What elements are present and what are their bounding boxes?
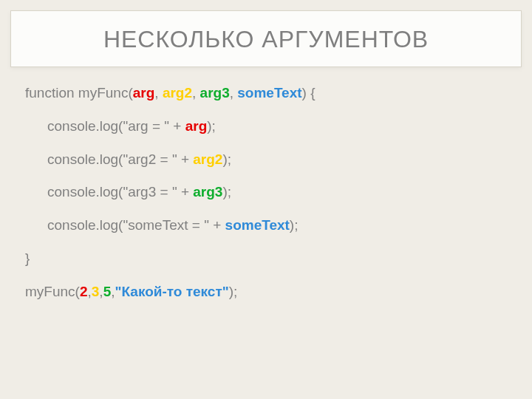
param-arg3: arg3 (200, 85, 230, 100)
log1-b: ); (207, 118, 216, 134)
call-arg3: 5 (103, 284, 112, 299)
log2-var: arg2 (193, 151, 222, 167)
slide-title: НЕСКОЛЬКО АРГУМЕНТОВ (26, 26, 506, 53)
log3-b: ); (222, 184, 231, 200)
call-arg2: 3 (92, 284, 100, 299)
code-line-brace: } (25, 250, 507, 267)
log2-a: console.log("arg2 = " + (47, 151, 193, 167)
title-container: НЕСКОЛЬКО АРГУМЕНТОВ (10, 10, 522, 67)
sep: , (192, 85, 200, 100)
slide: НЕСКОЛЬКО АРГУМЕНТОВ function myFunc(arg… (0, 10, 532, 399)
param-arg2: arg2 (163, 85, 192, 100)
log1-a: console.log("arg = " + (47, 118, 185, 134)
log2-b: ); (222, 151, 231, 167)
sep: , (154, 85, 163, 100)
log4-b: ); (290, 217, 299, 233)
log3-var: arg3 (193, 184, 222, 200)
log4-var: someText (225, 217, 290, 233)
param-someText: someText (237, 85, 301, 100)
log1-var: arg (185, 118, 208, 134)
call-arg1: 2 (80, 284, 88, 299)
call-open: myFunc( (25, 284, 80, 299)
code-line-log1: console.log("arg = " + arg); (25, 118, 507, 135)
call-arg4: "Какой-то текст" (115, 284, 228, 299)
code-line-signature: function myFunc(arg, arg2, arg3, someTex… (25, 85, 507, 102)
sig-close: ) { (302, 85, 316, 100)
log4-a: console.log("someText = " + (47, 217, 225, 233)
call-close: ); (229, 284, 238, 299)
param-arg: arg (133, 85, 155, 100)
code-line-call: myFunc(2,3,5,"Какой-то текст"); (25, 284, 507, 301)
kw-function: function myFunc( (25, 85, 133, 100)
code-line-log3: console.log("arg3 = " + arg3); (25, 184, 507, 201)
sep: , (230, 85, 238, 100)
code-block: function myFunc(arg, arg2, arg3, someTex… (0, 67, 532, 301)
log3-a: console.log("arg3 = " + (47, 184, 193, 200)
code-line-log4: console.log("someText = " + someText); (25, 217, 507, 234)
code-line-log2: console.log("arg2 = " + arg2); (25, 151, 507, 168)
